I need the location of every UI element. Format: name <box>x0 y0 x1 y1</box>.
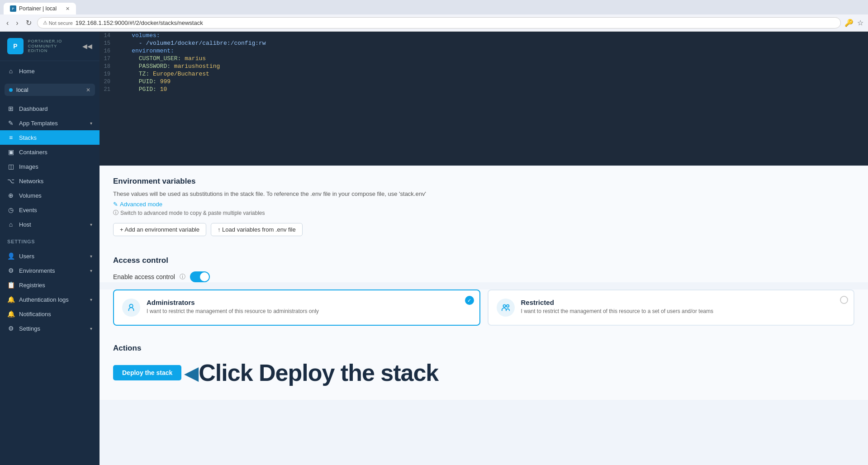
sidebar-item-auth-logs[interactable]: 🔔 Authentication logs ▾ <box>0 292 100 307</box>
sidebar: P portainer.io COMMUNITY EDITION ◀◀ ⌂ Ho… <box>0 32 100 465</box>
app-templates-icon: ✎ <box>7 119 14 127</box>
browser-toolbar: ‹ › ↻ ⚠ Not secure 192.168.1.152:9000/#!… <box>0 14 868 32</box>
enable-access-label: Enable access control <box>113 273 175 280</box>
svg-point-2 <box>503 305 506 308</box>
env-buttons-row: + Add an environment variable ↑ Load var… <box>113 223 854 236</box>
sidebar-item-home[interactable]: ⌂ Home <box>0 64 100 78</box>
warning-icon: ⚠ <box>43 20 47 26</box>
info-icon: ⓘ <box>113 209 119 217</box>
environments-arrow-icon: ▾ <box>90 268 92 273</box>
code-line-17: 17 CUSTOM_USER: marius <box>100 55 868 62</box>
back-button[interactable]: ‹ <box>5 18 10 28</box>
browser-chrome: P Portainer | local ✕ ‹ › ↻ ⚠ Not secure… <box>0 0 868 32</box>
tab-close-button[interactable]: ✕ <box>66 6 70 12</box>
settings-arrow-icon: ▾ <box>90 326 92 331</box>
restricted-card[interactable]: Restricted I want to restrict the manage… <box>488 289 855 326</box>
sidebar-item-containers[interactable]: ▣ Containers <box>0 145 100 159</box>
containers-icon: ▣ <box>7 148 14 156</box>
restricted-radio-button[interactable] <box>840 296 848 304</box>
code-line-18: 18 PASSWORD: mariushosting <box>100 62 868 70</box>
add-env-variable-button[interactable]: + Add an environment variable <box>113 223 206 236</box>
env-variables-section: Environment variables These values will … <box>100 166 868 247</box>
sidebar-item-environments[interactable]: ⚙ Environments ▾ <box>0 263 100 278</box>
svg-point-3 <box>506 305 509 308</box>
edit-icon: ✎ <box>113 201 118 208</box>
volumes-icon: ⊕ <box>7 192 14 199</box>
administrators-card[interactable]: Administrators I want to restrict the ma… <box>113 289 480 326</box>
access-cards-row: Administrators I want to restrict the ma… <box>100 289 868 335</box>
annotation-arrow-icon: ◀ <box>184 362 199 384</box>
sidebar-item-events[interactable]: ◷ Events <box>0 203 100 217</box>
sidebar-collapse-button[interactable]: ◀◀ <box>82 43 92 50</box>
env-variables-title: Environment variables <box>113 177 854 186</box>
sidebar-item-users[interactable]: 👤 Users ▾ <box>0 249 100 263</box>
env-close-button[interactable]: ✕ <box>86 87 90 93</box>
app-templates-arrow-icon: ▾ <box>90 121 92 126</box>
auth-logs-icon: 🔔 <box>7 296 14 303</box>
access-control-section: Access control Enable access control ⓘ <box>100 247 868 282</box>
sidebar-item-stacks[interactable]: ≡ Stacks <box>0 130 100 145</box>
sidebar-item-notifications[interactable]: 🔔 Notifications <box>0 307 100 321</box>
key-icon: 🔑 <box>844 19 854 27</box>
code-line-19: 19 TZ: Europe/Bucharest <box>100 70 868 78</box>
line-num-21: 21 <box>100 86 118 93</box>
sidebar-item-images[interactable]: ◫ Images <box>0 159 100 174</box>
deploy-stack-button[interactable]: Deploy the stack <box>113 365 181 380</box>
restricted-card-content: Restricted I want to restrict the manage… <box>521 299 714 314</box>
sidebar-item-networks[interactable]: ⌥ Networks <box>0 174 100 188</box>
line-num-18: 18 <box>100 63 118 70</box>
stacks-icon: ≡ <box>7 134 14 141</box>
sidebar-settings-section: 👤 Users ▾ ⚙ Environments ▾ 📋 Registries … <box>0 246 100 338</box>
reload-button[interactable]: ↻ <box>24 18 33 28</box>
forward-button[interactable]: › <box>14 18 20 28</box>
code-editor: 14 volumes: 15 - /volume1/docker/calibre… <box>100 32 868 166</box>
load-env-file-button[interactable]: ↑ Load variables from .env file <box>211 223 303 236</box>
administrators-icon <box>122 299 140 317</box>
sidebar-home-section: ⌂ Home <box>0 61 100 81</box>
access-control-toggle[interactable] <box>190 271 210 282</box>
tab-bar: P Portainer | local ✕ <box>0 0 868 14</box>
svg-point-0 <box>129 304 133 308</box>
url-text: 192.168.1.152:9000/#!/2/docker/stacks/ne… <box>76 19 203 26</box>
line-num-20: 20 <box>100 78 118 85</box>
sidebar-item-app-templates[interactable]: ✎ App Templates ▾ <box>0 116 100 130</box>
dashboard-icon: ⊞ <box>7 105 14 112</box>
favicon-icon: P <box>10 5 16 12</box>
line-num-15: 15 <box>100 40 118 47</box>
sidebar-env-section: local ✕ <box>0 81 100 99</box>
advanced-mode-link[interactable]: ✎ Advanced mode <box>113 201 854 208</box>
main-content: 14 volumes: 15 - /volume1/docker/calibre… <box>100 32 868 465</box>
access-control-title: Access control <box>113 256 854 265</box>
star-icon[interactable]: ☆ <box>857 19 863 27</box>
host-icon: ⌂ <box>7 221 14 228</box>
networks-icon: ⌥ <box>7 177 14 185</box>
administrators-desc: I want to restrict the management of thi… <box>147 308 319 314</box>
logo-icon: P <box>7 38 24 54</box>
settings-section-label: Settings <box>0 234 100 246</box>
app-container: P portainer.io COMMUNITY EDITION ◀◀ ⌂ Ho… <box>0 32 868 465</box>
not-secure-indicator: ⚠ Not secure <box>43 20 73 26</box>
sidebar-item-settings[interactable]: ⚙ Settings ▾ <box>0 321 100 336</box>
actions-title: Actions <box>113 344 854 353</box>
logo-text: portainer.io COMMUNITY EDITION <box>28 39 78 53</box>
sidebar-nav-section: ⊞ Dashboard ✎ App Templates ▾ ≡ Stacks ▣… <box>0 99 100 234</box>
code-line-21: 21 PGID: 10 <box>100 85 868 93</box>
restricted-icon <box>497 299 515 317</box>
env-variables-hint: ⓘ Switch to advanced mode to copy & past… <box>113 209 854 217</box>
tab-title: Portainer | local <box>19 5 57 12</box>
sidebar-item-registries[interactable]: 📋 Registries <box>0 278 100 292</box>
line-num-19: 19 <box>100 71 118 77</box>
actions-section: Actions Deploy the stack ◀ Click Deploy … <box>100 335 868 400</box>
browser-tab[interactable]: P Portainer | local ✕ <box>4 3 76 14</box>
address-bar[interactable]: ⚠ Not secure 192.168.1.152:9000/#!/2/doc… <box>37 17 841 28</box>
code-line-16: 16 environment: <box>100 47 868 55</box>
sidebar-item-volumes[interactable]: ⊕ Volumes <box>0 188 100 203</box>
sidebar-item-host[interactable]: ⌂ Host ▾ <box>0 217 100 232</box>
sidebar-item-dashboard[interactable]: ⊞ Dashboard <box>0 101 100 116</box>
click-annotation: Deploy the stack ◀ Click Deploy the stac… <box>113 359 438 386</box>
administrators-check-icon: ✓ <box>465 296 474 305</box>
host-arrow-icon: ▾ <box>90 222 92 227</box>
env-name-label: local <box>16 86 28 93</box>
toggle-knob <box>200 272 209 281</box>
registries-icon: 📋 <box>7 281 14 289</box>
